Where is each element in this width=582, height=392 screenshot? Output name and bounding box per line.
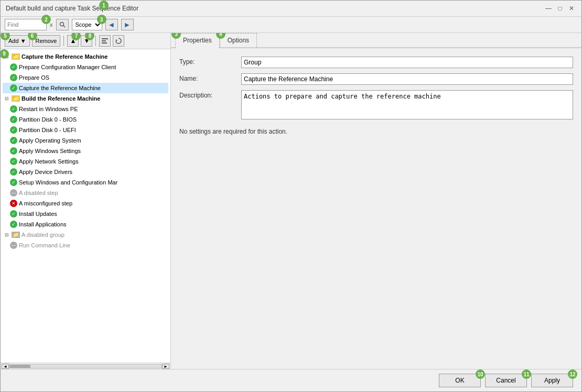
tree-container: 9 ⊟ 📁 Capture the Reference Machine ✓ Pr… <box>1 49 170 363</box>
check-icon-apply-drivers: ✓ <box>10 168 17 176</box>
tree-label-partition-uefi: Partition Disk 0 - UEFI <box>19 125 76 135</box>
nav-forward-button[interactable]: ► <box>121 19 134 30</box>
tree-label-setup-win: Setup Windows and Configuration Mar <box>19 178 117 187</box>
tree-item-install-updates[interactable]: ✓ Install Updates <box>3 209 168 219</box>
tree-item-apply-net[interactable]: ✓ Apply Network Settings <box>3 156 168 167</box>
description-label: Description: <box>179 90 237 99</box>
main-window: Default build and capture Task Sequence … <box>0 0 582 392</box>
tree-item-install-apps[interactable]: ✓ Install Applications <box>3 219 168 230</box>
tree-label-apply-drivers: Apply Device Drivers <box>19 167 72 177</box>
properties-button[interactable] <box>99 35 111 47</box>
expand-icon-disabled-group[interactable]: ⊟ <box>4 232 10 238</box>
scroll-left-button[interactable]: ◄ <box>2 364 9 369</box>
tree-item-build-group[interactable]: ⊟ 📁 Build the Reference Machine <box>3 93 168 104</box>
tree-label-install-updates: Install Updates <box>19 209 57 219</box>
tree-item-restart-winpe[interactable]: ✓ Restart in Windows PE <box>3 104 168 114</box>
close-button[interactable]: ✕ <box>567 4 576 13</box>
description-textarea[interactable]: Actions to prepare and capture the refer… <box>241 90 573 119</box>
name-label: Name: <box>179 73 237 82</box>
horizontal-scrollbar[interactable]: ◄ ► <box>1 363 170 369</box>
title-badge: 1 <box>99 1 109 10</box>
scroll-right-button[interactable]: ► <box>162 364 169 369</box>
tree-item-prepare-os[interactable]: ✓ Prepare OS <box>3 72 168 83</box>
cancel-button[interactable]: Cancel <box>485 374 527 387</box>
search-icon <box>59 21 66 28</box>
svg-line-1 <box>63 26 65 27</box>
scope-badge: 3 <box>97 15 106 24</box>
tree-item-apply-os[interactable]: ✓ Apply Operating System <box>3 135 168 146</box>
folder-icon-disabled-group: 📁 <box>12 232 20 238</box>
right-panel: 3 Properties 4 Options Type: Name: <box>171 33 581 369</box>
find-badge-container: 2 <box>5 19 47 30</box>
find-input[interactable] <box>5 19 47 30</box>
check-icon-setup-win: ✓ <box>10 179 17 186</box>
find-clear-button[interactable]: x <box>50 21 53 28</box>
tree-label-capture-ref: Capture the Reference Machine <box>19 83 101 93</box>
type-input[interactable] <box>241 57 573 68</box>
ok-button[interactable]: OK <box>439 374 481 387</box>
tree-item-partition-uefi[interactable]: ✓ Partition Disk 0 - UEFI <box>3 125 168 135</box>
tree-label-build-group: Build the Reference Machine <box>21 94 100 103</box>
tree-label-apply-os: Apply Operating System <box>19 136 81 145</box>
name-row: Name: <box>179 73 573 85</box>
tree-label-prepare-config: Prepare Configuration Manager Client <box>19 62 116 72</box>
tree-item-disabled-step[interactable]: — A disabled step <box>3 188 168 198</box>
tree-label-partition-bios: Partition Disk 0 - BIOS <box>19 115 77 124</box>
type-label: Type: <box>179 57 237 66</box>
moveup-badge: 7 <box>71 33 81 40</box>
tree-item-partition-bios[interactable]: ✓ Partition Disk 0 - BIOS <box>3 114 168 125</box>
tab-properties[interactable]: 3 Properties <box>175 33 220 48</box>
disabled-icon-run-cmd: — <box>10 242 17 249</box>
check-icon-install-apps: ✓ <box>10 221 17 228</box>
apply-button[interactable]: Apply <box>531 374 573 387</box>
tree-item-disabled-group[interactable]: ⊟ 📁 A disabled group <box>3 230 168 240</box>
options-badge: 3 <box>171 33 181 39</box>
scrollbar-track[interactable] <box>9 364 162 368</box>
apply-badge-container: 12 Apply <box>531 374 573 387</box>
movedown-badge: 8 <box>85 33 94 40</box>
tree-item-apply-win[interactable]: ✓ Apply Windows Settings <box>3 146 168 156</box>
nav-back-button[interactable]: ◄ <box>105 19 118 30</box>
check-icon-prepare-os: ✓ <box>10 74 17 81</box>
search-toolbar: 2 x 3 Scope ◄ ► <box>1 17 581 33</box>
expand-icon-build[interactable]: ⊟ <box>4 95 10 102</box>
title-badge-container: Default build and capture Task Sequence … <box>6 5 138 12</box>
tree-label-run-cmd: Run Command Line <box>19 241 70 250</box>
tree-item-prepare-config[interactable]: ✓ Prepare Configuration Manager Client <box>3 62 168 72</box>
tree-item-misconfigured[interactable]: ✕ A misconfigured step <box>3 198 168 209</box>
toolbar-separator2 <box>95 36 96 46</box>
scrollbar-thumb[interactable] <box>9 365 30 368</box>
tree-label-restart-winpe: Restart in Windows PE <box>19 104 78 114</box>
tree-item-apply-drivers[interactable]: ✓ Apply Device Drivers <box>3 167 168 177</box>
check-icon-partition-uefi: ✓ <box>10 126 17 134</box>
check-icon-restart-winpe: ✓ <box>10 105 17 113</box>
svg-rect-4 <box>102 42 107 43</box>
tab-options[interactable]: 4 Options <box>220 33 257 47</box>
refresh-button[interactable] <box>113 35 124 47</box>
maximize-button[interactable]: □ <box>555 4 565 13</box>
check-icon-install-updates: ✓ <box>10 210 17 217</box>
ok-badge: 10 <box>476 369 485 379</box>
tree-item-run-cmd[interactable]: — Run Command Line <box>3 240 168 251</box>
tab-properties-label: Properties <box>183 37 212 44</box>
tree-label-prepare-os: Prepare OS <box>19 73 49 82</box>
tree-item-capture-ref[interactable]: ✓ Capture the Reference Machine <box>3 83 168 93</box>
minimize-button[interactable]: — <box>544 4 553 13</box>
movedown-badge-container: 8 ▼ <box>81 35 92 47</box>
tabs-bar: 3 Properties 4 Options <box>171 33 581 48</box>
tab-options-label: Options <box>228 37 249 44</box>
tree-item-capture-group[interactable]: 9 ⊟ 📁 Capture the Reference Machine <box>3 51 168 62</box>
svg-rect-3 <box>102 40 106 41</box>
title-bar: Default build and capture Task Sequence … <box>1 1 581 17</box>
disabled-icon-step: — <box>10 189 17 197</box>
svg-rect-2 <box>102 38 108 39</box>
search-button[interactable] <box>56 19 69 30</box>
check-icon-apply-win: ✓ <box>10 147 17 155</box>
folder-icon-capture: 📁 <box>12 53 20 60</box>
add-badge-container: 5 Add ▼ <box>5 35 30 47</box>
properties-icon <box>101 37 109 45</box>
window-title: Default build and capture Task Sequence … <box>6 5 138 12</box>
svg-point-0 <box>60 23 63 26</box>
name-input[interactable] <box>241 73 573 85</box>
tree-item-setup-win[interactable]: ✓ Setup Windows and Configuration Mar <box>3 177 168 188</box>
